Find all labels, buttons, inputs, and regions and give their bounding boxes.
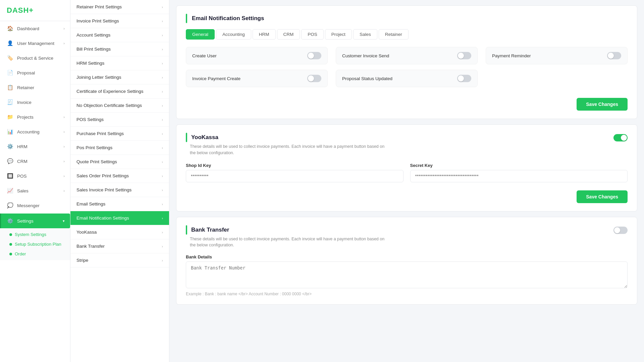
tab-hrm[interactable]: HRM [253, 29, 276, 40]
middle-item-chevron-account-settings: › [162, 33, 163, 37]
sidebar-item-messenger[interactable]: 💭 Messenger [0, 198, 70, 213]
middle-item-label-bill-print: Bill Print Settings [76, 47, 111, 52]
pos-icon: 🔲 [6, 172, 14, 180]
notif-payment-reminder-toggle[interactable] [607, 52, 621, 59]
middle-item-sales-invoice-print[interactable]: Sales Invoice Print Settings › [70, 183, 169, 197]
middle-item-retainer-print[interactable]: Retainer Print Settings › [70, 0, 169, 14]
middle-item-purchase-print[interactable]: Purchase Print Settings › [70, 127, 169, 141]
yookassa-save-button[interactable]: Save Changes [577, 190, 628, 203]
tab-retainer[interactable]: Retainer [379, 29, 409, 40]
bank-transfer-enable-toggle[interactable] [613, 227, 628, 234]
middle-item-bill-print[interactable]: Bill Print Settings › [70, 42, 169, 56]
bank-details-textarea[interactable] [186, 261, 628, 288]
sidebar-item-user-management[interactable]: 👤 User Management › [0, 36, 70, 51]
product-service-label: Product & Service [17, 56, 65, 61]
tab-sales[interactable]: Sales [353, 29, 377, 40]
middle-item-chevron-stripe: › [162, 258, 163, 262]
middle-item-invoice-print[interactable]: Invoice Print Settings › [70, 14, 169, 28]
retainer-icon: 📋 [6, 84, 14, 91]
middle-item-joining-letter[interactable]: Joining Letter Settings › [70, 70, 169, 84]
sidebar-item-accounting[interactable]: 📊 Accounting › [0, 124, 70, 139]
notif-proposal-status-updated: Proposal Status Updated [336, 70, 478, 87]
bank-transfer-title: Bank Transfer [191, 227, 229, 233]
sidebar-item-invoice[interactable]: 🧾 Invoice [0, 95, 70, 110]
yookassa-enable-toggle[interactable] [613, 134, 628, 141]
shop-id-input[interactable] [186, 170, 404, 182]
bank-transfer-description: These details will be used to collect in… [190, 236, 391, 249]
middle-item-pos-print[interactable]: Pos Print Settings › [70, 141, 169, 155]
sidebar-item-projects[interactable]: 📁 Projects › [0, 110, 70, 124]
tab-accounting[interactable]: Accounting [216, 29, 251, 40]
shop-id-label: Shop Id Key [186, 163, 404, 168]
middle-item-label-bank-transfer: Bank Transfer [76, 244, 105, 249]
sidebar-item-sales[interactable]: 📈 Sales › [0, 183, 70, 198]
middle-item-yookassa[interactable]: YooKassa › [70, 225, 169, 239]
middle-item-bank-transfer[interactable]: Bank Transfer › [70, 239, 169, 253]
sub-nav-order[interactable]: Order [5, 249, 70, 259]
user-management-label: User Management [17, 41, 63, 46]
sub-nav-system-settings[interactable]: System Settings [5, 230, 70, 239]
bank-transfer-indicator [186, 225, 187, 235]
notif-create-user-toggle[interactable] [307, 52, 321, 59]
middle-item-sales-order-print[interactable]: Sales Order Print Settings › [70, 169, 169, 183]
middle-item-no-objection[interactable]: No Objection Certificate Settings › [70, 99, 169, 113]
middle-item-chevron-quote-print: › [162, 160, 163, 164]
notif-customer-invoice-toggle[interactable] [457, 52, 471, 59]
middle-item-email-notification[interactable]: Email Notification Settings › [70, 211, 169, 225]
projects-label: Projects [17, 115, 63, 120]
hrm-chevron: › [63, 144, 65, 148]
title-indicator [186, 14, 187, 23]
sales-chevron: › [63, 189, 65, 193]
secret-key-input[interactable] [410, 170, 628, 182]
tab-general[interactable]: General [186, 29, 215, 40]
sidebar-item-hrm[interactable]: ⚙️ HRM › [0, 139, 70, 154]
sub-nav-setup-subscription[interactable]: Setup Subscription Plan [5, 239, 70, 249]
middle-item-pos-settings[interactable]: POS Settings › [70, 113, 169, 127]
sidebar: DASH+ 🏠 Dashboard › 👤 User Management › … [0, 0, 70, 362]
middle-item-quote-print[interactable]: Quote Print Settings › [70, 155, 169, 169]
sidebar-item-pos[interactable]: 🔲 POS › [0, 169, 70, 183]
sidebar-item-retainer[interactable]: 📋 Retainer [0, 80, 70, 95]
dot-icon [9, 253, 12, 255]
sidebar-item-crm[interactable]: 💬 CRM › [0, 154, 70, 169]
notif-payment-reminder: Payment Reminder [486, 47, 628, 64]
yookassa-title-group: YooKassa These details will be used to c… [186, 133, 391, 156]
notif-proposal-status-toggle[interactable] [457, 75, 471, 82]
notif-invoice-payment-toggle[interactable] [307, 75, 321, 82]
proposal-label: Proposal [17, 70, 65, 75]
tab-pos[interactable]: POS [301, 29, 324, 40]
projects-icon: 📁 [6, 113, 14, 121]
invoice-icon: 🧾 [6, 99, 14, 106]
middle-item-account-settings[interactable]: Account Settings › [70, 28, 169, 42]
middle-item-cert-experience[interactable]: Certificate of Experience Settings › [70, 84, 169, 99]
crm-label: CRM [17, 159, 63, 164]
notif-customer-invoice-label: Customer Invoice Send [342, 53, 389, 58]
user-management-chevron: › [63, 41, 65, 45]
middle-item-chevron-hrm-settings: › [162, 61, 163, 65]
tab-project[interactable]: Project [325, 29, 352, 40]
middle-item-hrm-settings[interactable]: HRM Settings › [70, 56, 169, 70]
sidebar-item-proposal[interactable]: 📄 Proposal [0, 65, 70, 80]
middle-item-email-settings[interactable]: Email Settings › [70, 197, 169, 211]
sidebar-item-dashboard[interactable]: 🏠 Dashboard › [0, 21, 70, 36]
middle-item-chevron-bill-print: › [162, 47, 163, 51]
shop-id-group: Shop Id Key [186, 163, 404, 182]
hrm-label: HRM [17, 144, 63, 149]
middle-item-label-account-settings: Account Settings [76, 33, 110, 38]
sidebar-item-settings[interactable]: ⚙️ Settings ▾ [0, 214, 70, 228]
pos-chevron: › [63, 174, 65, 178]
middle-item-stripe[interactable]: Stripe › [70, 253, 169, 267]
projects-chevron: › [63, 115, 65, 119]
notif-proposal-status-label: Proposal Status Updated [342, 76, 392, 81]
middle-item-chevron-pos-settings: › [162, 118, 163, 122]
settings-icon: ⚙️ [6, 217, 14, 225]
middle-item-label-stripe: Stripe [76, 258, 88, 263]
middle-item-chevron-email-notification: › [162, 216, 163, 220]
sidebar-item-product-service[interactable]: 🏷️ Product & Service [0, 51, 70, 65]
dot-icon [9, 233, 12, 236]
email-notification-section: Email Notification Settings GeneralAccou… [176, 5, 637, 119]
bank-details-group: Bank Details Example : Bank : bank name … [186, 254, 628, 296]
tab-crm[interactable]: CRM [277, 29, 300, 40]
email-notification-save-button[interactable]: Save Changes [577, 98, 628, 111]
middle-item-chevron-retainer-print: › [162, 5, 163, 9]
